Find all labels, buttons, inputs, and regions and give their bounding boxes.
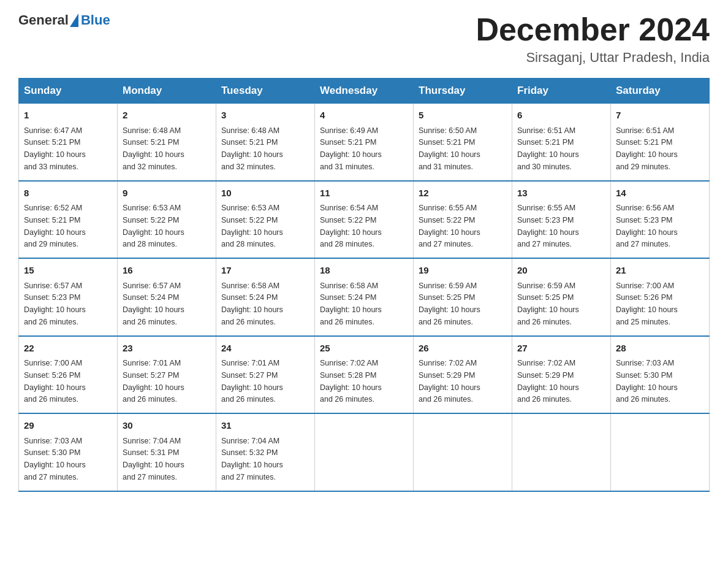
day-info: Sunrise: 6:59 AMSunset: 5:25 PMDaylight:… (419, 282, 480, 326)
location: Sirsaganj, Uttar Pradesh, India (476, 50, 710, 66)
day-info: Sunrise: 6:48 AMSunset: 5:21 PMDaylight:… (221, 126, 283, 171)
calendar-table: Sunday Monday Tuesday Wednesday Thursday… (18, 78, 710, 492)
calendar-week-row: 1 Sunrise: 6:47 AMSunset: 5:21 PMDayligh… (19, 104, 710, 181)
table-row: 23 Sunrise: 7:01 AMSunset: 5:27 PMDaylig… (118, 336, 216, 414)
header-friday: Friday (512, 79, 611, 104)
day-number: 28 (616, 342, 704, 356)
logo-blue-text: Blue (81, 12, 110, 28)
day-number: 29 (24, 419, 112, 433)
day-info: Sunrise: 6:51 AMSunset: 5:21 PMDaylight:… (517, 126, 579, 171)
day-number: 1 (24, 109, 112, 123)
day-info: Sunrise: 7:02 AMSunset: 5:28 PMDaylight:… (320, 359, 382, 404)
day-info: Sunrise: 6:52 AMSunset: 5:21 PMDaylight:… (24, 204, 86, 248)
table-row (315, 413, 414, 491)
page-header: General Blue December 2024 Sirsaganj, Ut… (18, 12, 710, 66)
header-thursday: Thursday (414, 79, 512, 104)
month-title: December 2024 (476, 12, 710, 47)
table-row: 31 Sunrise: 7:04 AMSunset: 5:32 PMDaylig… (216, 413, 315, 491)
day-info: Sunrise: 6:57 AMSunset: 5:23 PMDaylight:… (24, 282, 86, 326)
header-saturday: Saturday (611, 79, 710, 104)
table-row: 12 Sunrise: 6:55 AMSunset: 5:22 PMDaylig… (414, 181, 512, 259)
table-row: 30 Sunrise: 7:04 AMSunset: 5:31 PMDaylig… (118, 413, 216, 491)
day-number: 30 (123, 419, 211, 433)
table-row: 5 Sunrise: 6:50 AMSunset: 5:21 PMDayligh… (414, 104, 512, 181)
table-row: 21 Sunrise: 7:00 AMSunset: 5:26 PMDaylig… (611, 258, 710, 336)
header-monday: Monday (118, 79, 216, 104)
day-info: Sunrise: 6:55 AMSunset: 5:22 PMDaylight:… (419, 204, 480, 248)
day-number: 15 (24, 264, 112, 278)
day-info: Sunrise: 6:58 AMSunset: 5:24 PMDaylight:… (221, 282, 283, 326)
table-row: 3 Sunrise: 6:48 AMSunset: 5:21 PMDayligh… (216, 104, 315, 181)
table-row: 14 Sunrise: 6:56 AMSunset: 5:23 PMDaylig… (611, 181, 710, 259)
calendar-header-row: Sunday Monday Tuesday Wednesday Thursday… (19, 79, 710, 104)
day-info: Sunrise: 7:01 AMSunset: 5:27 PMDaylight:… (221, 359, 283, 404)
day-info: Sunrise: 6:54 AMSunset: 5:22 PMDaylight:… (320, 204, 382, 248)
logo: General Blue (18, 12, 110, 28)
table-row: 27 Sunrise: 7:02 AMSunset: 5:29 PMDaylig… (512, 336, 611, 414)
table-row (512, 413, 611, 491)
day-info: Sunrise: 7:04 AMSunset: 5:31 PMDaylight:… (123, 437, 184, 481)
calendar-week-row: 15 Sunrise: 6:57 AMSunset: 5:23 PMDaylig… (19, 258, 710, 336)
table-row: 29 Sunrise: 7:03 AMSunset: 5:30 PMDaylig… (19, 413, 118, 491)
day-number: 17 (221, 264, 309, 278)
day-info: Sunrise: 7:02 AMSunset: 5:29 PMDaylight:… (517, 359, 579, 404)
day-number: 27 (517, 342, 605, 356)
calendar-week-row: 8 Sunrise: 6:52 AMSunset: 5:21 PMDayligh… (19, 181, 710, 259)
calendar-week-row: 22 Sunrise: 7:00 AMSunset: 5:26 PMDaylig… (19, 336, 710, 414)
table-row: 28 Sunrise: 7:03 AMSunset: 5:30 PMDaylig… (611, 336, 710, 414)
day-info: Sunrise: 7:03 AMSunset: 5:30 PMDaylight:… (616, 359, 678, 404)
table-row: 6 Sunrise: 6:51 AMSunset: 5:21 PMDayligh… (512, 104, 611, 181)
day-number: 10 (221, 186, 309, 201)
table-row: 26 Sunrise: 7:02 AMSunset: 5:29 PMDaylig… (414, 336, 512, 414)
day-info: Sunrise: 7:00 AMSunset: 5:26 PMDaylight:… (24, 359, 86, 404)
logo-general-text: General (18, 12, 69, 28)
logo-triangle-icon (70, 13, 78, 27)
day-number: 2 (123, 109, 211, 123)
header-wednesday: Wednesday (315, 79, 414, 104)
table-row (414, 413, 512, 491)
day-number: 19 (419, 264, 507, 278)
day-info: Sunrise: 6:51 AMSunset: 5:21 PMDaylight:… (616, 126, 678, 171)
header-sunday: Sunday (19, 79, 118, 104)
day-info: Sunrise: 6:53 AMSunset: 5:22 PMDaylight:… (221, 204, 283, 248)
day-number: 11 (320, 186, 408, 201)
table-row (611, 413, 710, 491)
table-row: 18 Sunrise: 6:58 AMSunset: 5:24 PMDaylig… (315, 258, 414, 336)
day-number: 24 (221, 342, 309, 356)
table-row: 13 Sunrise: 6:55 AMSunset: 5:23 PMDaylig… (512, 181, 611, 259)
day-info: Sunrise: 7:03 AMSunset: 5:30 PMDaylight:… (24, 437, 86, 481)
day-number: 4 (320, 109, 408, 123)
day-number: 5 (419, 109, 507, 123)
day-info: Sunrise: 6:57 AMSunset: 5:24 PMDaylight:… (123, 282, 184, 326)
day-info: Sunrise: 6:56 AMSunset: 5:23 PMDaylight:… (616, 204, 678, 248)
day-info: Sunrise: 6:49 AMSunset: 5:21 PMDaylight:… (320, 126, 382, 171)
day-info: Sunrise: 7:04 AMSunset: 5:32 PMDaylight:… (221, 437, 283, 481)
table-row: 8 Sunrise: 6:52 AMSunset: 5:21 PMDayligh… (19, 181, 118, 259)
table-row: 7 Sunrise: 6:51 AMSunset: 5:21 PMDayligh… (611, 104, 710, 181)
header-tuesday: Tuesday (216, 79, 315, 104)
table-row: 2 Sunrise: 6:48 AMSunset: 5:21 PMDayligh… (118, 104, 216, 181)
table-row: 16 Sunrise: 6:57 AMSunset: 5:24 PMDaylig… (118, 258, 216, 336)
day-number: 23 (123, 342, 211, 356)
day-info: Sunrise: 6:48 AMSunset: 5:21 PMDaylight:… (123, 126, 184, 171)
day-number: 18 (320, 264, 408, 278)
day-number: 13 (517, 186, 605, 201)
day-number: 26 (419, 342, 507, 356)
day-number: 3 (221, 109, 309, 123)
table-row: 20 Sunrise: 6:59 AMSunset: 5:25 PMDaylig… (512, 258, 611, 336)
day-number: 14 (616, 186, 704, 201)
day-number: 12 (419, 186, 507, 201)
day-number: 25 (320, 342, 408, 356)
day-number: 22 (24, 342, 112, 356)
table-row: 19 Sunrise: 6:59 AMSunset: 5:25 PMDaylig… (414, 258, 512, 336)
table-row: 1 Sunrise: 6:47 AMSunset: 5:21 PMDayligh… (19, 104, 118, 181)
table-row: 17 Sunrise: 6:58 AMSunset: 5:24 PMDaylig… (216, 258, 315, 336)
day-number: 6 (517, 109, 605, 123)
table-row: 10 Sunrise: 6:53 AMSunset: 5:22 PMDaylig… (216, 181, 315, 259)
day-number: 7 (616, 109, 704, 123)
title-section: December 2024 Sirsaganj, Uttar Pradesh, … (476, 12, 710, 66)
table-row: 25 Sunrise: 7:02 AMSunset: 5:28 PMDaylig… (315, 336, 414, 414)
table-row: 11 Sunrise: 6:54 AMSunset: 5:22 PMDaylig… (315, 181, 414, 259)
day-number: 20 (517, 264, 605, 278)
day-info: Sunrise: 7:01 AMSunset: 5:27 PMDaylight:… (123, 359, 184, 404)
